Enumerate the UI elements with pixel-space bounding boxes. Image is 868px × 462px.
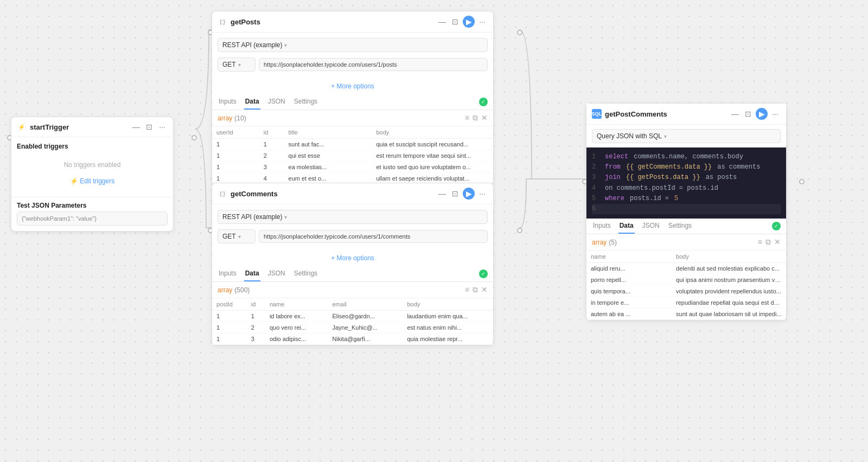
col-name: name bbox=[586, 251, 672, 263]
get-posts-more-options[interactable]: + More options bbox=[212, 80, 493, 94]
gpc-tabs: Inputs Data JSON Settings ✓ bbox=[586, 219, 786, 234]
get-posts-minimize[interactable]: — bbox=[437, 16, 448, 27]
api-icon: {:} bbox=[218, 17, 227, 27]
tab-data[interactable]: Data bbox=[618, 219, 635, 234]
array-controls: ≡ ⧉ ✕ bbox=[465, 113, 488, 123]
get-posts-run[interactable]: ▶ bbox=[463, 16, 475, 28]
get-comments-source-section: REST API (example) ▾ bbox=[212, 204, 493, 229]
workflow-canvas: ⚡ startTrigger — ⊡ ··· Enabled triggers … bbox=[0, 0, 868, 462]
get-comments-method[interactable]: GET ▾ bbox=[218, 229, 256, 243]
get-comments-url[interactable]: https://jsonplaceholder.typicode.com/use… bbox=[259, 230, 488, 243]
table-row: 13ea molestias...et iusto sed quo iure v… bbox=[212, 162, 493, 173]
get-posts-source-section: REST API (example) ▾ bbox=[212, 33, 493, 57]
tab-inputs[interactable]: Inputs bbox=[592, 219, 612, 234]
expand-button[interactable]: ⊡ bbox=[144, 121, 155, 132]
get-posts-array-header: array (10) ≡ ⧉ ✕ bbox=[212, 110, 493, 126]
get-posts-api-source[interactable]: REST API (example) ▾ bbox=[218, 38, 488, 52]
sql-line: 3join {{ getPosts.data }} as posts bbox=[592, 172, 781, 183]
tab-inputs[interactable]: Inputs bbox=[218, 266, 238, 281]
more-button[interactable]: ··· bbox=[157, 121, 168, 132]
table-row: aliquid reru...deleniti aut sed molestia… bbox=[586, 263, 786, 274]
close-icon[interactable]: ✕ bbox=[774, 238, 781, 247]
get-posts-header: {:} getPosts — ⊡ ▶ ··· bbox=[212, 11, 493, 33]
get-comments-minimize[interactable]: — bbox=[437, 188, 448, 199]
start-trigger-right-connector[interactable] bbox=[192, 135, 197, 140]
tab-settings[interactable]: Settings bbox=[293, 94, 318, 110]
get-posts-url[interactable]: https://jsonplaceholder.typicode.com/use… bbox=[259, 58, 488, 71]
table-row: 12qui est esseest rerum tempore vitae se… bbox=[212, 150, 493, 162]
tab-json[interactable]: JSON bbox=[267, 266, 286, 281]
array-label: array bbox=[592, 239, 607, 246]
close-icon[interactable]: ✕ bbox=[481, 285, 488, 294]
gpc-run[interactable]: ▶ bbox=[756, 108, 768, 120]
col-userid: userId bbox=[212, 126, 259, 139]
close-icon[interactable]: ✕ bbox=[481, 113, 488, 123]
get-posts-more[interactable]: ··· bbox=[477, 16, 488, 27]
get-post-comments-right-connector[interactable] bbox=[799, 179, 805, 184]
tab-inputs[interactable]: Inputs bbox=[218, 94, 238, 110]
tab-status: ✓ bbox=[772, 222, 781, 230]
gpc-minimize[interactable]: — bbox=[730, 108, 741, 119]
tab-json[interactable]: JSON bbox=[267, 94, 286, 110]
table-row: quis tempora...voluptates provident repe… bbox=[586, 286, 786, 297]
get-comments-controls: — ⊡ ▶ ··· bbox=[437, 188, 488, 200]
list-icon[interactable]: ≡ bbox=[465, 285, 469, 294]
get-comments-right-connector[interactable] bbox=[517, 228, 522, 233]
tab-data[interactable]: Data bbox=[244, 94, 260, 110]
gpc-source-section: Query JSON with SQL ▾ bbox=[586, 125, 786, 147]
get-posts-method[interactable]: GET ▾ bbox=[218, 57, 256, 72]
get-posts-tabs: Inputs Data JSON Settings ✓ bbox=[212, 94, 493, 110]
copy-icon[interactable]: ⧉ bbox=[765, 238, 771, 247]
gpc-expand[interactable]: ⊡ bbox=[743, 108, 754, 119]
get-posts-expand[interactable]: ⊡ bbox=[450, 16, 461, 27]
array-count: (10) bbox=[234, 114, 246, 122]
get-comments-more[interactable]: ··· bbox=[477, 188, 488, 199]
get-comments-api-source[interactable]: REST API (example) ▾ bbox=[218, 210, 488, 224]
sql-line: 1select comments.name, comments.body bbox=[592, 152, 781, 162]
get-comments-array-header: array (500) ≡ ⧉ ✕ bbox=[212, 282, 493, 298]
tab-settings[interactable]: Settings bbox=[293, 266, 318, 281]
bolt-icon: ⚡ bbox=[17, 122, 27, 132]
minimize-button[interactable]: — bbox=[131, 121, 142, 132]
tab-settings[interactable]: Settings bbox=[667, 219, 693, 234]
gpc-result-table: name body aliquid reru...deleniti aut se… bbox=[586, 251, 786, 320]
col-id: id bbox=[247, 298, 265, 311]
copy-icon[interactable]: ⧉ bbox=[473, 113, 478, 123]
list-icon[interactable]: ≡ bbox=[758, 238, 762, 247]
tab-status: ✓ bbox=[479, 270, 488, 278]
table-row: autem ab ea ...sunt aut quae laboriosam … bbox=[586, 309, 786, 320]
json-param-input[interactable]: {"webhookParam1": "value"} bbox=[17, 211, 168, 226]
gpc-more[interactable]: ··· bbox=[770, 108, 781, 119]
col-title: title bbox=[284, 126, 372, 139]
get-posts-node: {:} getPosts — ⊡ ▶ ··· REST API (example… bbox=[212, 11, 494, 185]
sql-line: 4 on comments.postId = posts.id bbox=[592, 183, 781, 194]
tab-json[interactable]: JSON bbox=[641, 219, 661, 234]
list-icon[interactable]: ≡ bbox=[465, 113, 469, 123]
get-comments-title: getComments bbox=[231, 190, 433, 198]
get-comments-table: postId id name email body 11id labore ex… bbox=[212, 298, 493, 345]
get-comments-more-options[interactable]: + More options bbox=[212, 252, 493, 266]
copy-icon[interactable]: ⧉ bbox=[473, 285, 478, 294]
get-posts-url-row: GET ▾ https://jsonplaceholder.typicode.c… bbox=[212, 57, 493, 76]
check-circle-icon: ✓ bbox=[479, 270, 488, 278]
get-comments-node: {:} getComments — ⊡ ▶ ··· REST API (exam… bbox=[212, 183, 494, 345]
api-icon: {:} bbox=[218, 189, 227, 198]
trigger-section: Enabled triggers No triggers enabled ⚡ E… bbox=[11, 137, 173, 195]
get-post-comments-header: SQL getPostComments — ⊡ ▶ ··· bbox=[586, 104, 786, 125]
get-comments-expand[interactable]: ⊡ bbox=[450, 188, 461, 199]
array-count: (500) bbox=[234, 286, 250, 294]
edit-triggers-link[interactable]: ⚡ Edit triggers bbox=[17, 175, 168, 189]
get-posts-right-connector[interactable] bbox=[517, 30, 522, 35]
table-row: in tempore e...repudiandae repellat quia… bbox=[586, 297, 786, 309]
get-comments-run[interactable]: ▶ bbox=[463, 188, 475, 200]
gpc-query-type[interactable]: Query JSON with SQL ▾ bbox=[592, 129, 781, 143]
col-name: name bbox=[265, 298, 328, 311]
array-controls: ≡ ⧉ ✕ bbox=[758, 238, 781, 247]
sql-editor[interactable]: 1select comments.name, comments.body2fro… bbox=[586, 147, 786, 219]
sql-line: 2from {{ getComments.data }} as comments bbox=[592, 162, 781, 172]
tab-data[interactable]: Data bbox=[244, 266, 260, 281]
col-postid: postId bbox=[212, 298, 247, 311]
col-body: body bbox=[372, 126, 493, 139]
chevron-down-icon: ▾ bbox=[664, 133, 667, 139]
sql-line: 6 bbox=[592, 204, 781, 214]
